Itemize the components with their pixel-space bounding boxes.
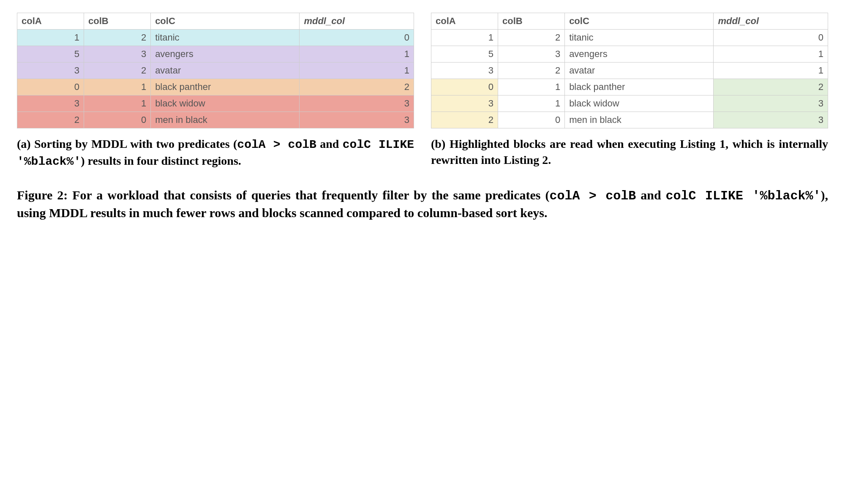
cell-colB: 1 [498, 95, 565, 112]
cell-colB: 3 [84, 46, 151, 63]
cell-mddl: 2 [714, 79, 828, 95]
cell-colA: 1 [17, 30, 84, 46]
subfigure-a: colA colB colC mddl_col 12titanic053aven… [17, 13, 414, 170]
header-colA: colA [431, 13, 498, 30]
cell-mddl: 1 [714, 63, 828, 79]
cell-colA: 0 [17, 79, 84, 95]
figure-row: colA colB colC mddl_col 12titanic053aven… [17, 13, 828, 170]
table-header-row: colA colB colC mddl_col [17, 13, 414, 30]
cell-colB: 2 [84, 63, 151, 79]
cell-colA: 1 [431, 30, 498, 46]
cell-colC: avatar [151, 63, 300, 79]
cell-colC: titanic [151, 30, 300, 46]
header-mddl: mddl_col [714, 13, 828, 30]
cell-colB: 2 [498, 63, 565, 79]
cell-colC: titanic [565, 30, 714, 46]
caption-main-code1: colA > colB [549, 189, 636, 203]
cell-colC: avengers [565, 46, 714, 63]
header-colC: colC [151, 13, 300, 30]
cell-colA: 3 [17, 95, 84, 112]
cell-colC: avengers [151, 46, 300, 63]
cell-colB: 0 [498, 112, 565, 128]
cell-colC: avatar [565, 63, 714, 79]
cell-colC: black panther [151, 79, 300, 95]
cell-mddl: 1 [300, 63, 414, 79]
cell-mddl: 2 [300, 79, 414, 95]
cell-colA: 5 [17, 46, 84, 63]
header-colA: colA [17, 13, 84, 30]
cell-mddl: 1 [714, 46, 828, 63]
cell-colA: 5 [431, 46, 498, 63]
caption-a-mid: and [316, 137, 343, 150]
cell-colB: 2 [84, 30, 151, 46]
cell-colB: 1 [498, 79, 565, 95]
cell-colC: black widow [151, 95, 300, 112]
cell-colB: 1 [84, 95, 151, 112]
header-mddl: mddl_col [300, 13, 414, 30]
table-row: 53avengers1 [431, 46, 828, 63]
cell-colA: 3 [431, 95, 498, 112]
header-colC: colC [565, 13, 714, 30]
caption-a: (a) Sorting by MDDL with two predicates … [17, 136, 414, 170]
table-row: 31black widow3 [431, 95, 828, 112]
cell-colB: 3 [498, 46, 565, 63]
table-row: 31black widow3 [17, 95, 414, 112]
caption-a-prefix: (a) Sorting by MDDL with two predicates … [17, 137, 237, 150]
cell-colC: men in black [151, 112, 300, 128]
caption-main-prefix: Figure 2: For a workload that consists o… [17, 188, 549, 202]
cell-colA: 2 [17, 112, 84, 128]
caption-figure-2: Figure 2: For a workload that consists o… [17, 187, 828, 222]
caption-main-mid: and [636, 188, 665, 202]
table-row: 32avatar1 [431, 63, 828, 79]
caption-a-suffix: ) results in four distinct regions. [81, 154, 241, 167]
table-row: 32avatar1 [17, 63, 414, 79]
table-header-row: colA colB colC mddl_col [431, 13, 828, 30]
table-left: colA colB colC mddl_col 12titanic053aven… [17, 13, 414, 128]
cell-colC: black panther [565, 79, 714, 95]
table-right: colA colB colC mddl_col 12titanic053aven… [431, 13, 828, 128]
cell-colA: 3 [17, 63, 84, 79]
cell-colB: 1 [84, 79, 151, 95]
cell-colA: 0 [431, 79, 498, 95]
cell-colA: 3 [431, 63, 498, 79]
cell-mddl: 3 [714, 95, 828, 112]
cell-mddl: 0 [714, 30, 828, 46]
cell-colB: 2 [498, 30, 565, 46]
caption-b: (b) Highlighted blocks are read when exe… [431, 136, 828, 168]
caption-a-code1: colA > colB [237, 138, 316, 151]
cell-mddl: 3 [300, 112, 414, 128]
cell-colC: men in black [565, 112, 714, 128]
table-row: 53avengers1 [17, 46, 414, 63]
cell-mddl: 3 [714, 112, 828, 128]
table-row: 01black panther2 [431, 79, 828, 95]
caption-b-text: (b) Highlighted blocks are read when exe… [431, 137, 828, 166]
table-row: 20men in black3 [431, 112, 828, 128]
cell-colA: 2 [431, 112, 498, 128]
cell-mddl: 1 [300, 46, 414, 63]
table-row: 12titanic0 [17, 30, 414, 46]
cell-colB: 0 [84, 112, 151, 128]
table-row: 12titanic0 [431, 30, 828, 46]
caption-main-code2: colC ILIKE '%black%' [666, 189, 821, 203]
cell-mddl: 0 [300, 30, 414, 46]
header-colB: colB [84, 13, 151, 30]
table-row: 01black panther2 [17, 79, 414, 95]
cell-mddl: 3 [300, 95, 414, 112]
table-row: 20men in black3 [17, 112, 414, 128]
subfigure-b: colA colB colC mddl_col 12titanic053aven… [431, 13, 828, 170]
header-colB: colB [498, 13, 565, 30]
cell-colC: black widow [565, 95, 714, 112]
